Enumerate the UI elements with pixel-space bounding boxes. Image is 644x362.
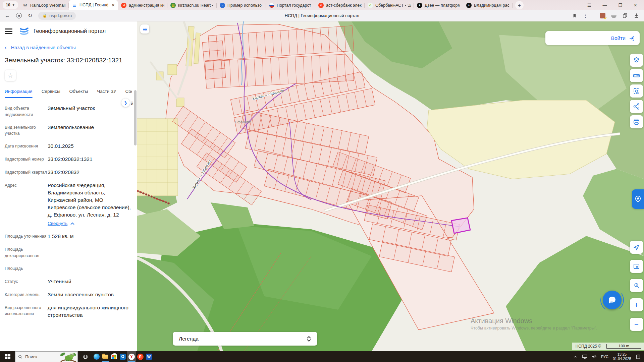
object-search-button[interactable] [630,279,643,292]
browser-tab[interactable]: ✓Сбербанк-АСТ - Эл [365,0,414,10]
panel-tab-Сервисы[interactable]: Сервисы [42,89,60,94]
refresh-icon[interactable]: ↻ [28,13,32,18]
taskbar-app-yandex[interactable]: Я [136,351,145,362]
browser-tab[interactable]: ✦Дзен — платформ [414,0,463,10]
chat-icon [607,295,617,305]
panel-scrollbar[interactable] [134,90,137,145]
start-button[interactable] [0,351,15,362]
clock[interactable]: 13:25 01.04.2025 [613,352,631,361]
field-value: – [48,265,132,272]
taskbar-search-box[interactable]: Поиск [15,351,78,362]
download-icon[interactable] [634,13,639,18]
tab-close-icon[interactable]: ✕ [111,3,115,8]
area-search-button[interactable] [630,84,643,98]
tab-title: Дзен — платформ [425,3,460,8]
print-icon [633,118,640,126]
tab-title: администрация ки [129,3,164,8]
more-menu-icon[interactable]: ⋮ [583,13,588,19]
ruler-button[interactable] [630,69,643,82]
notification-center-icon[interactable] [636,354,641,359]
favorite-star-button[interactable]: ☆ [5,70,16,81]
hamburger-menu-icon[interactable] [5,28,12,34]
panel-tab-Информация[interactable]: Информация [5,89,33,94]
panel-tab-Состав[interactable]: Состав [125,89,132,94]
field-label: Площадь уточненная [5,233,48,240]
tab-title: НСПД | Геоинфо [79,3,108,7]
gosuslugi-flag-icon [269,3,274,8]
map-image[interactable]: Ефаново Киржач — Ефаново Киржач — Ефанов… [137,21,644,351]
browser-tab[interactable]: ≣НСПД | Геоинфо✕ [69,0,118,10]
taskbar-app-edge[interactable] [92,351,101,362]
back-icon[interactable]: ← [5,13,10,18]
taskbar-app-word[interactable]: W [145,351,153,362]
network-display-icon[interactable] [582,354,587,359]
taskbar-app-outlook[interactable]: O [118,351,127,362]
login-button[interactable]: Войти [545,31,640,45]
panel-tab-Части ЗУ[interactable]: Части ЗУ [97,89,116,94]
new-tab-button[interactable]: + [515,1,524,9]
window-controls: ☰ — ❐ ✕ [581,0,644,10]
map-viewport[interactable]: Ефаново Киржач — Ефаново Киржач — Ефанов… [137,21,644,351]
zoom-in-button[interactable]: + [630,298,643,311]
panel-collapse-button[interactable]: «« [140,24,149,34]
extension-icon[interactable] [600,13,605,18]
browser-tabs: ✉RainLoop Webmail≣НСПД | Геоинфо✕Яадмини… [19,0,513,10]
print-button[interactable] [630,115,643,128]
browser-tab[interactable]: Портал государст [266,0,315,10]
back-link[interactable]: ‹ Назад в найденные объекты [5,45,132,50]
tab-counter[interactable]: 10▼ [3,1,18,9]
panel-tabs: ИнформацияСервисыОбъектыЧасти ЗУСостав [5,89,132,98]
share-button[interactable] [630,100,643,113]
dzen-icon: ✦ [417,3,422,8]
dzen-icon: ✦ [466,3,472,8]
volume-icon[interactable] [592,354,597,359]
extension-icon[interactable] [611,15,616,18]
frog-image [59,352,77,362]
taskbar-app-yandex-browser[interactable]: Y [127,351,136,362]
browser-tab[interactable]: Яаст-сбербанк элек [315,0,365,10]
close-button[interactable]: ✕ [634,3,637,7]
field-row: Вид объекта недвижимостиЗемельный участо… [5,105,132,118]
browser-menu-icon[interactable]: ☰ [587,3,591,7]
field-row: Площадь декларированная– [5,246,132,259]
tab-title: аст-сбербанк элек [326,3,362,8]
windows-logo-icon [5,354,10,359]
chat-button[interactable] [603,291,622,309]
browser-tab[interactable]: ◔Пример использо [217,0,266,10]
ruler-icon [633,72,640,79]
bookmark-icon[interactable] [572,13,577,18]
collapse-address-link[interactable]: Свернуть [48,220,74,227]
taskbar-app-store[interactable] [110,351,118,362]
task-view-button[interactable] [79,351,91,362]
field-label: Вид объекта недвижимости [5,105,48,118]
yandex-home-icon[interactable]: Я [16,13,22,18]
browser-tab[interactable]: ▦kirzhach.su Reart - [167,0,217,10]
zoom-out-button[interactable]: − [630,318,643,331]
overview-button[interactable] [630,260,643,273]
time: 13:25 [613,352,631,357]
minimize-button[interactable]: — [602,3,607,7]
field-row: Площадь– [5,265,132,272]
taskbar-app-explorer[interactable] [101,351,110,362]
maximize-button[interactable]: ❐ [618,3,622,7]
tabs-scroll-right-button[interactable]: ❯ [121,99,130,107]
legend-toggle[interactable]: Легенда [173,332,317,346]
copy-icon[interactable] [622,13,628,18]
selected-parcel-highlight[interactable] [451,218,470,233]
field-row: СтатусУчтенный [5,278,132,285]
language-indicator[interactable]: РУС [601,355,608,359]
address-bar[interactable]: 🔒 nspd.gov.ru [38,12,76,20]
layers-button[interactable] [630,54,643,67]
tab-title: Сбербанк-АСТ - Эл [375,3,411,8]
task-view-icon [83,354,88,359]
nspd-flyout-button[interactable] [632,189,644,209]
lock-icon: 🔒 [42,13,47,18]
browser-tab[interactable]: ✦Владимирцам рас [463,0,513,10]
browser-tab[interactable]: ✉RainLoop Webmail [19,0,69,10]
layers-icon [633,56,640,64]
browser-tab[interactable]: Яадминистрация ки [118,0,167,10]
locate-button[interactable] [630,241,643,254]
field-value: Учтенный [48,278,132,285]
panel-tab-Объекты[interactable]: Объекты [69,89,88,94]
hidden-icons-chevron-icon[interactable] [573,355,578,359]
